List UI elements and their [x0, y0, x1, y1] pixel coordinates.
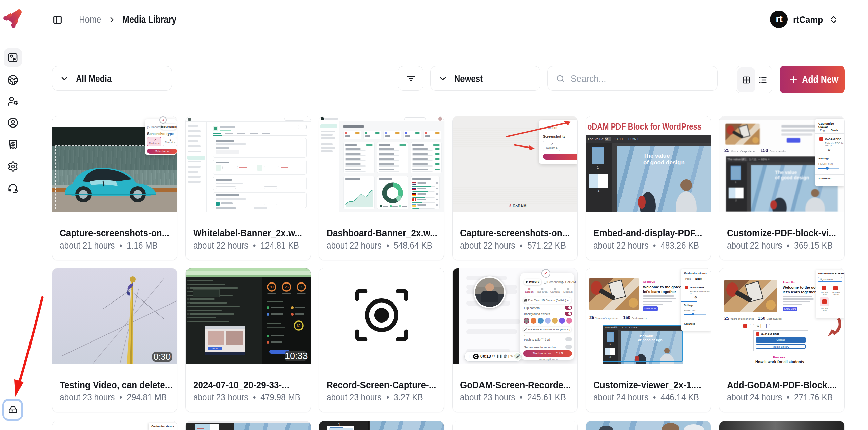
svg-text:90: 90: [270, 285, 274, 289]
svg-text:65: 65: [299, 285, 303, 289]
svg-text:25: 25: [284, 285, 289, 289]
svg-text:62: 62: [297, 324, 301, 328]
